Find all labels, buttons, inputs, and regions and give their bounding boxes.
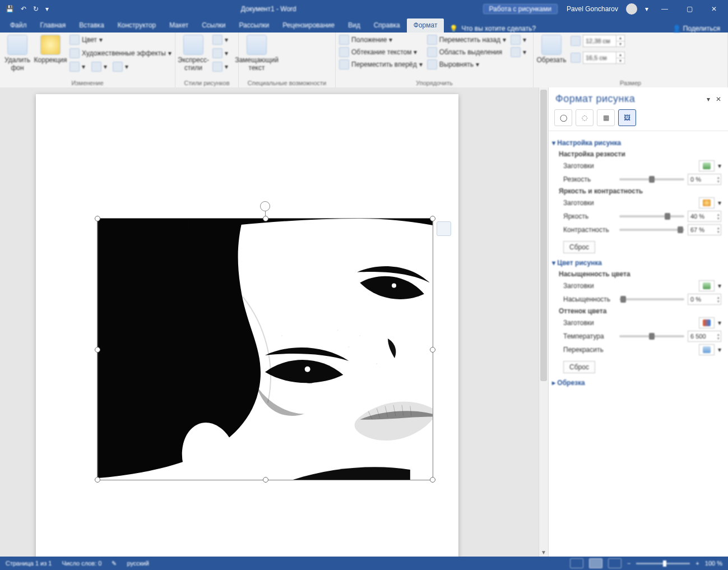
pane-tab-layout[interactable]: ▦ [597, 109, 615, 126]
border-button[interactable]: ▾ [212, 35, 228, 45]
tone-presets-button[interactable] [699, 317, 715, 328]
temperature-value[interactable]: 6 500▴▾ [688, 331, 721, 342]
effects-button[interactable]: ▾ [212, 48, 228, 58]
corrections-button[interactable]: Коррекция [36, 35, 65, 64]
minimize-button[interactable]: — [656, 5, 673, 13]
selection-pane-icon [427, 47, 437, 57]
tab-insert[interactable]: Вставка [72, 18, 111, 33]
ribbon-options-icon[interactable]: ▾ [645, 5, 648, 13]
sharpness-slider[interactable] [619, 178, 684, 180]
quick-styles-button[interactable]: Экспресс-стили [179, 35, 208, 72]
layout-options-button[interactable] [437, 221, 451, 236]
position-button[interactable]: Положение ▾ [339, 35, 423, 45]
tab-home[interactable]: Главная [34, 18, 73, 33]
extra-row[interactable]: ▾ ▾ ▾ [69, 62, 171, 72]
sat-presets-button[interactable] [699, 280, 715, 291]
artistic-effects-button[interactable]: Художественные эффекты ▾ [69, 48, 171, 58]
reset-corrections-button[interactable]: Сброс [563, 241, 595, 253]
ribbon-tabs: Файл Главная Вставка Конструктор Макет С… [0, 18, 728, 33]
selection-pane-button[interactable]: Область выделения [427, 47, 506, 57]
layout-button[interactable]: ▾ [212, 62, 228, 72]
section-crop-title[interactable]: Обрезка [552, 379, 721, 387]
redo-icon[interactable]: ↻ [33, 5, 39, 13]
vertical-scrollbar[interactable]: ▼ [539, 87, 548, 557]
handle-bl[interactable] [95, 477, 100, 483]
pane-tab-fill[interactable]: ◯ [554, 109, 572, 126]
brightness-slider[interactable] [619, 215, 684, 217]
section-corrections-title[interactable]: Настройка рисунка [552, 139, 721, 147]
sharpness-value[interactable]: 0 %▴▾ [688, 174, 721, 185]
selected-picture[interactable] [97, 218, 433, 480]
pane-tab-picture[interactable]: 🖼 [618, 109, 636, 126]
pane-close-icon[interactable]: ✕ [716, 95, 721, 103]
avatar[interactable] [626, 3, 637, 15]
wrap-text-button[interactable]: Обтекание текстом ▾ [339, 47, 423, 57]
handle-l[interactable] [95, 347, 100, 353]
handle-tl[interactable] [95, 216, 100, 221]
saturation-slider[interactable] [619, 298, 684, 300]
scroll-thumb[interactable] [540, 90, 547, 381]
tab-file[interactable]: Файл [3, 18, 34, 33]
width-field[interactable]: 16,5 см▴▾ [571, 52, 625, 64]
status-language[interactable]: русский [127, 560, 149, 567]
undo-icon[interactable]: ↶ [21, 5, 26, 13]
scroll-down-icon[interactable]: ▼ [539, 549, 548, 555]
pane-menu-icon[interactable]: ▾ [707, 95, 710, 103]
contrast-slider[interactable] [619, 229, 684, 231]
brightness-value[interactable]: 40 %▴▾ [688, 211, 721, 222]
tab-mailings[interactable]: Рассылки [232, 18, 276, 33]
group-button[interactable]: ▾ [511, 35, 526, 45]
handle-r[interactable] [430, 347, 435, 353]
maximize-button[interactable]: ▢ [681, 5, 698, 13]
reset-color-button[interactable]: Сброс [563, 361, 595, 373]
send-backward-button[interactable]: Переместить назад ▾ [427, 35, 506, 45]
zoom-value[interactable]: 100 % [705, 560, 722, 567]
view-web-button[interactable] [608, 558, 622, 568]
height-field[interactable]: 12,38 см▴▾ [571, 35, 625, 47]
section-color-title[interactable]: Цвет рисунка [552, 259, 721, 267]
alt-text-button[interactable]: Замещающий текст [242, 35, 271, 72]
align-button[interactable]: Выровнять ▾ [427, 59, 506, 69]
color-button[interactable]: Цвет ▾ [69, 35, 171, 45]
handle-t[interactable] [263, 216, 268, 221]
qat-more-icon[interactable]: ▾ [45, 5, 49, 13]
saturation-value[interactable]: 0 %▴▾ [688, 294, 721, 305]
close-button[interactable]: ✕ [706, 5, 722, 13]
tab-review[interactable]: Рецензирование [276, 18, 341, 33]
status-page[interactable]: Страница 1 из 1 [6, 560, 52, 567]
recolor-button[interactable] [699, 344, 715, 355]
tab-references[interactable]: Ссылки [195, 18, 232, 33]
temperature-slider[interactable] [619, 335, 684, 337]
status-bar: Страница 1 из 1 Число слов: 0 ✎ русский … [0, 557, 728, 570]
save-icon[interactable]: 💾 [6, 5, 14, 13]
bring-forward-button[interactable]: Переместить вперёд ▾ [339, 59, 423, 69]
tab-view[interactable]: Вид [341, 18, 367, 33]
zoom-in-button[interactable]: + [695, 560, 699, 567]
tell-me[interactable]: 💡 Что вы хотите сделать? [444, 25, 541, 33]
view-print-button[interactable] [589, 558, 602, 568]
document-area[interactable] [0, 87, 539, 557]
ribbon: Удалить фон Коррекция Цвет ▾ Художествен… [0, 33, 728, 88]
contrast-value[interactable]: 67 %▴▾ [688, 224, 721, 235]
rotate-button[interactable]: ▾ [511, 47, 526, 57]
pane-tab-effects[interactable]: ◌ [576, 109, 593, 126]
view-read-button[interactable] [570, 558, 583, 568]
zoom-slider[interactable] [636, 563, 690, 564]
zoom-out-button[interactable]: − [627, 560, 630, 567]
crop-button[interactable]: Обрезать [537, 35, 566, 64]
handle-b[interactable] [263, 477, 268, 483]
share-button[interactable]: 👤 Поделиться [665, 25, 728, 33]
tab-design[interactable]: Конструктор [111, 18, 163, 33]
status-words[interactable]: Число слов: 0 [62, 560, 101, 567]
remove-background-button[interactable]: Удалить фон [3, 35, 31, 72]
tab-layout[interactable]: Макет [163, 18, 195, 33]
handle-tr[interactable] [430, 216, 435, 221]
proofing-icon[interactable]: ✎ [112, 560, 117, 567]
handle-br[interactable] [430, 477, 435, 483]
rotate-handle[interactable] [260, 201, 270, 211]
sharpness-presets-button[interactable] [699, 160, 715, 172]
tab-format[interactable]: Формат [407, 18, 444, 33]
user-name[interactable]: Pavel Goncharov [567, 5, 618, 13]
bc-presets-button[interactable] [699, 197, 715, 208]
tab-help[interactable]: Справка [367, 18, 407, 33]
